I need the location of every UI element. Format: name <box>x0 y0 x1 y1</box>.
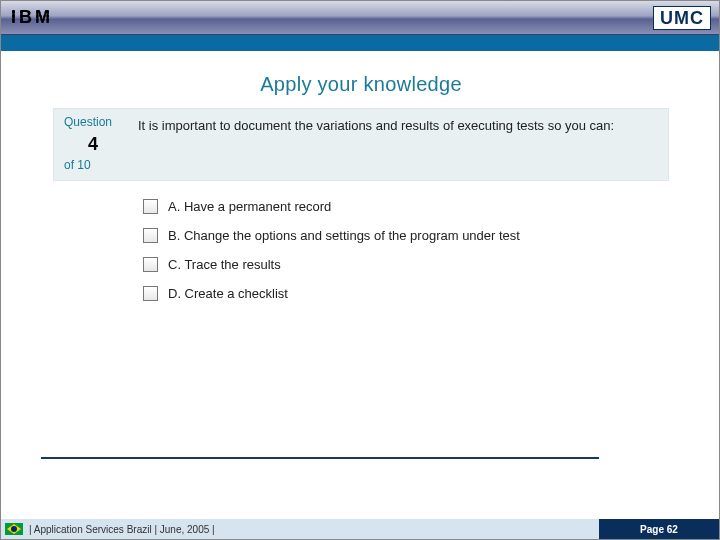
checkbox-icon[interactable] <box>143 286 158 301</box>
question-label-bottom: of 10 <box>64 158 122 174</box>
sub-bar <box>1 35 719 51</box>
brazil-flag-icon <box>5 523 23 535</box>
option-d[interactable]: D. Create a checklist <box>143 286 669 301</box>
footer: | Application Services Brazil | June, 20… <box>1 519 719 539</box>
question-box: Question 4 of 10 It is important to docu… <box>53 108 669 181</box>
question-indicator: Question 4 of 10 <box>54 109 128 180</box>
question-text: It is important to document the variatio… <box>128 109 668 180</box>
option-label: C. Trace the results <box>168 257 281 272</box>
footer-page: Page 62 <box>599 519 719 539</box>
checkbox-icon[interactable] <box>143 257 158 272</box>
top-bar: IBM UMC <box>1 1 719 35</box>
footer-left: | Application Services Brazil | June, 20… <box>1 519 599 539</box>
checkbox-icon[interactable] <box>143 228 158 243</box>
divider-line <box>41 457 599 459</box>
footer-text: | Application Services Brazil | June, 20… <box>29 524 215 535</box>
ibm-logo: IBM <box>9 7 55 28</box>
option-label: B. Change the options and settings of th… <box>168 228 520 243</box>
option-b[interactable]: B. Change the options and settings of th… <box>143 228 669 243</box>
umc-logo: UMC <box>653 6 711 30</box>
options-list: A. Have a permanent record B. Change the… <box>143 199 669 301</box>
option-label: A. Have a permanent record <box>168 199 331 214</box>
question-label-top: Question <box>64 115 122 131</box>
checkbox-icon[interactable] <box>143 199 158 214</box>
option-c[interactable]: C. Trace the results <box>143 257 669 272</box>
option-label: D. Create a checklist <box>168 286 288 301</box>
option-a[interactable]: A. Have a permanent record <box>143 199 669 214</box>
page-title: Apply your knowledge <box>53 73 669 96</box>
content-area: Apply your knowledge Question 4 of 10 It… <box>53 73 669 315</box>
slide: IBM UMC Apply your knowledge Question 4 … <box>0 0 720 540</box>
question-number: 4 <box>64 133 122 156</box>
